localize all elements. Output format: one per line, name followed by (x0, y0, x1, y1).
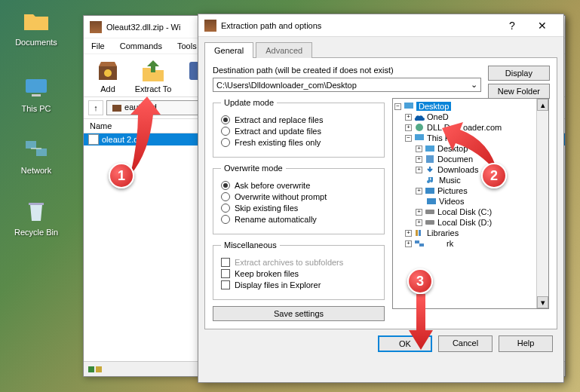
expand-icon[interactable]: + (416, 219, 422, 226)
tree-pc-videos[interactable]: Videos (394, 196, 547, 207)
dialog-title: Extraction path and options (221, 21, 321, 30)
scroll-down-icon[interactable]: ▾ (537, 296, 548, 308)
svg-rect-0 (26, 79, 47, 93)
tree-pc-locald[interactable]: +Local Disk (D:) (394, 217, 547, 228)
menu-tools[interactable]: Tools (174, 40, 200, 52)
svg-rect-18 (425, 210, 434, 214)
close-button[interactable]: ✕ (527, 16, 557, 35)
radio-overwrite-noprompt[interactable]: Overwrite without prompt (221, 192, 376, 201)
checkbox-icon (221, 280, 230, 289)
tree-pc-desktop[interactable]: +Desktop (394, 143, 547, 154)
save-settings-button[interactable]: Save settings (213, 306, 385, 321)
desktop-icon-thispc[interactable]: This PC (14, 72, 59, 113)
menu-file[interactable]: File (88, 40, 108, 52)
cancel-button[interactable]: Cancel (438, 335, 493, 352)
window-title: Oleaut32.dll.zip - Wi (106, 23, 180, 32)
desktop-icon-recyclebin[interactable]: Recycle Bin (14, 196, 59, 237)
expand-icon[interactable]: + (416, 167, 422, 173)
svg-rect-22 (415, 240, 419, 243)
recyclebin-icon (21, 196, 51, 226)
tree-pc-music[interactable]: Music (394, 175, 547, 185)
check-display-explorer[interactable]: Display files in Explorer (221, 280, 376, 289)
extractto-icon (140, 57, 167, 84)
expand-icon[interactable]: + (416, 145, 422, 152)
ok-button[interactable]: OK (378, 335, 432, 352)
expand-icon[interactable]: + (416, 188, 422, 194)
tab-body: Destination path (will be created if doe… (204, 57, 557, 329)
folder-tree[interactable]: −Desktop +OneD +DLL Dow oader.com −This … (392, 98, 549, 309)
svg-rect-23 (419, 243, 424, 247)
tree-thispc[interactable]: −This PC (394, 133, 547, 143)
checkbox-icon (221, 269, 230, 278)
tree-pc-pictures[interactable]: +Pictures (394, 185, 547, 196)
radio-ask-overwrite[interactable]: Ask before overwrite (221, 181, 376, 190)
display-button[interactable]: Display (488, 66, 550, 81)
expand-icon[interactable]: + (405, 124, 412, 131)
tree-network[interactable]: +rk (394, 238, 547, 249)
up-button[interactable]: ↑ (88, 100, 103, 115)
tree-onedrive[interactable]: +OneD (394, 112, 547, 122)
radio-icon (221, 181, 230, 190)
winrar-icon (204, 20, 216, 32)
radio-icon (221, 192, 230, 201)
svg-point-12 (416, 124, 423, 131)
svg-rect-3 (36, 149, 47, 156)
tree-desktop[interactable]: −Desktop (394, 101, 547, 112)
update-mode-group: Update mode Extract and replace files Ex… (213, 98, 385, 158)
tree-scrollbar[interactable]: ▴ ▾ (536, 99, 548, 308)
desktop-icon-label: Network (14, 166, 59, 175)
check-extract-subfolders[interactable]: Extract archives to subfolders (221, 258, 376, 267)
tab-advanced[interactable]: Advanced (256, 42, 312, 58)
collapse-icon[interactable]: − (394, 103, 401, 110)
help-button[interactable]: ? (497, 16, 527, 35)
group-legend: Update mode (221, 98, 277, 107)
expand-icon[interactable]: + (405, 240, 412, 247)
radio-fresh-existing[interactable]: Fresh existing files only (221, 138, 376, 147)
radio-skip-existing[interactable]: Skip existing files (221, 204, 376, 213)
check-keep-broken[interactable]: Keep broken files (221, 269, 376, 278)
group-legend: Overwrite mode (221, 164, 286, 173)
toolbar-add-button[interactable]: Add (88, 57, 127, 93)
add-icon (94, 57, 121, 84)
newfolder-button[interactable]: New Folder (488, 84, 550, 99)
help-button[interactable]: Help (499, 335, 553, 352)
expand-icon[interactable]: + (405, 114, 412, 121)
chevron-down-icon[interactable]: ⌄ (471, 80, 477, 90)
column-name[interactable]: Name (90, 121, 112, 130)
svg-rect-2 (26, 141, 36, 149)
svg-rect-13 (415, 134, 424, 140)
svg-rect-14 (425, 145, 434, 152)
radio-rename-auto[interactable]: Rename automatically (221, 215, 376, 224)
dialog-titlebar[interactable]: Extraction path and options ? ✕ (198, 14, 563, 37)
expand-icon[interactable]: + (416, 209, 422, 216)
radio-extract-replace[interactable]: Extract and replace files (221, 115, 376, 124)
toolbar-extractto-button[interactable]: Extract To (133, 57, 173, 93)
svg-rect-21 (419, 230, 421, 236)
svg-rect-19 (425, 220, 434, 225)
desktop-icon-network[interactable]: Network (14, 134, 59, 175)
tab-general[interactable]: General (204, 42, 253, 58)
desktop-icon-documents[interactable]: Documents (14, 6, 59, 47)
expand-icon[interactable]: + (405, 230, 412, 237)
desktop-icon-label: This PC (14, 104, 59, 113)
tree-pc-downloads[interactable]: +Downloads (394, 164, 547, 175)
pc-icon (21, 72, 51, 103)
group-legend: Miscellaneous (221, 240, 280, 250)
tree-dlldownloader[interactable]: +DLL Dow oader.com (394, 122, 547, 133)
status-icon (88, 365, 103, 374)
destination-path-input[interactable]: C:\Users\Dlldownloader_com\Desktop ⌄ (213, 78, 481, 92)
tree-pc-localc[interactable]: +Local Disk (C:) (394, 207, 547, 217)
tree-libraries[interactable]: +Libraries (394, 228, 547, 238)
dialog-tabs: General Advanced (198, 37, 563, 57)
tree-pc-documents[interactable]: +Documen (394, 154, 547, 164)
radio-icon (221, 138, 230, 147)
collapse-icon[interactable]: − (405, 135, 412, 142)
winrar-icon (90, 21, 102, 33)
svg-rect-10 (96, 366, 102, 372)
svg-rect-17 (427, 198, 436, 204)
file-name: oleaut 2.dll (102, 135, 142, 144)
menu-commands[interactable]: Commands (117, 40, 165, 52)
scroll-up-icon[interactable]: ▴ (537, 99, 548, 111)
expand-icon[interactable]: + (416, 156, 422, 163)
radio-extract-update[interactable]: Extract and update files (221, 127, 376, 136)
